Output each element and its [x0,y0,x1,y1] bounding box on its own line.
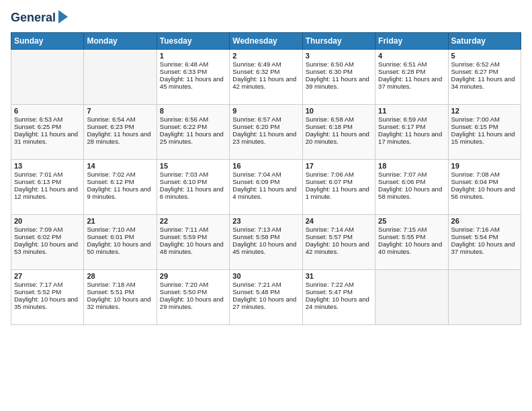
day-number: 7 [87,107,153,115]
logo-arrow-icon [58,10,68,24]
header: General [11,11,521,26]
sunrise-text: Sunrise: 7:03 AM [160,171,208,178]
sunrise-text: Sunrise: 7:00 AM [451,116,500,123]
daylight-label: Daylight: 11 hours and 9 minutes. [87,185,150,200]
calendar-cell: 29Sunrise: 7:20 AMSunset: 5:50 PMDayligh… [157,269,229,324]
sunrise-text: Sunrise: 7:09 AM [14,226,62,233]
daylight-label: Daylight: 11 hours and 39 minutes. [306,75,369,90]
daylight-label: Daylight: 11 hours and 23 minutes. [232,130,296,145]
day-number: 2 [232,52,299,60]
main-container: General SundayMondayTuesdayWednesdayThur… [0,0,532,330]
sunset-text: Sunset: 5:59 PM [160,233,207,240]
col-header-friday: Friday [375,32,448,49]
calendar-table: SundayMondayTuesdayWednesdayThursdayFrid… [11,32,521,325]
day-number: 18 [378,162,445,170]
sunset-text: Sunset: 6:13 PM [14,178,61,185]
calendar-cell: 20Sunrise: 7:09 AMSunset: 6:02 PMDayligh… [11,214,84,269]
calendar-cell: 2Sunrise: 6:49 AMSunset: 6:32 PMDaylight… [230,49,302,104]
calendar-cell: 8Sunrise: 6:56 AMSunset: 6:22 PMDaylight… [157,104,229,159]
sunrise-text: Sunrise: 7:17 AM [14,281,62,288]
calendar-cell [84,49,157,104]
calendar-cell: 21Sunrise: 7:10 AMSunset: 6:01 PMDayligh… [84,214,157,269]
calendar-cell: 28Sunrise: 7:18 AMSunset: 5:51 PMDayligh… [84,269,157,324]
sunrise-text: Sunrise: 6:59 AM [378,116,427,123]
calendar-cell: 24Sunrise: 7:14 AMSunset: 5:57 PMDayligh… [302,214,375,269]
day-number: 17 [306,162,372,170]
calendar-cell: 31Sunrise: 7:22 AMSunset: 5:47 PMDayligh… [302,269,375,324]
sunrise-text: Sunrise: 7:15 AM [378,226,427,233]
daylight-label: Daylight: 11 hours and 1 minute. [306,185,369,200]
day-number: 25 [378,217,445,225]
daylight-label: Daylight: 11 hours and 34 minutes. [451,75,515,90]
week-row-3: 13Sunrise: 7:01 AMSunset: 6:13 PMDayligh… [11,159,521,214]
calendar-cell: 11Sunrise: 6:59 AMSunset: 6:17 PMDayligh… [375,104,448,159]
calendar-cell: 12Sunrise: 7:00 AMSunset: 6:15 PMDayligh… [448,104,521,159]
sunset-text: Sunset: 6:18 PM [306,123,353,130]
sunset-text: Sunset: 6:07 PM [306,178,353,185]
daylight-label: Daylight: 10 hours and 53 minutes. [14,240,78,255]
daylight-label: Daylight: 10 hours and 56 minutes. [451,185,515,200]
sunrise-text: Sunrise: 6:53 AM [14,116,62,123]
col-header-sunday: Sunday [11,32,84,49]
daylight-label: Daylight: 11 hours and 15 minutes. [451,130,515,145]
sunset-text: Sunset: 5:58 PM [232,233,279,240]
calendar-cell: 25Sunrise: 7:15 AMSunset: 5:55 PMDayligh… [375,214,448,269]
daylight-label: Daylight: 10 hours and 50 minutes. [87,240,150,255]
sunset-text: Sunset: 6:30 PM [306,68,353,75]
day-number: 29 [160,272,226,280]
sunset-text: Sunset: 5:50 PM [160,288,207,295]
sunset-text: Sunset: 5:48 PM [232,288,279,295]
week-row-4: 20Sunrise: 7:09 AMSunset: 6:02 PMDayligh… [11,214,521,269]
sunrise-text: Sunrise: 6:54 AM [87,116,135,123]
daylight-label: Daylight: 11 hours and 20 minutes. [306,130,369,145]
sunrise-text: Sunrise: 7:18 AM [87,281,135,288]
day-number: 27 [14,272,81,280]
sunset-text: Sunset: 5:54 PM [451,233,498,240]
sunrise-text: Sunrise: 6:57 AM [232,116,281,123]
calendar-cell: 18Sunrise: 7:07 AMSunset: 6:06 PMDayligh… [375,159,448,214]
day-number: 28 [87,272,153,280]
day-number: 13 [14,162,81,170]
sunset-text: Sunset: 5:51 PM [87,288,134,295]
calendar-cell: 30Sunrise: 7:21 AMSunset: 5:48 PMDayligh… [230,269,302,324]
sunset-text: Sunset: 6:28 PM [378,68,425,75]
sunrise-text: Sunrise: 7:11 AM [160,226,208,233]
calendar-cell: 17Sunrise: 7:06 AMSunset: 6:07 PMDayligh… [302,159,375,214]
calendar-cell: 26Sunrise: 7:16 AMSunset: 5:54 PMDayligh… [448,214,521,269]
calendar-cell: 5Sunrise: 6:52 AMSunset: 6:27 PMDaylight… [448,49,521,104]
sunset-text: Sunset: 6:17 PM [378,123,425,130]
day-number: 22 [160,217,226,225]
daylight-label: Daylight: 11 hours and 17 minutes. [378,130,442,145]
daylight-label: Daylight: 10 hours and 27 minutes. [232,295,296,310]
daylight-label: Daylight: 10 hours and 29 minutes. [160,295,224,310]
week-row-1: 1Sunrise: 6:48 AMSunset: 6:33 PMDaylight… [11,49,521,104]
sunrise-text: Sunrise: 7:20 AM [160,281,208,288]
daylight-label: Daylight: 11 hours and 4 minutes. [232,185,296,200]
calendar-cell: 6Sunrise: 6:53 AMSunset: 6:25 PMDaylight… [11,104,84,159]
day-number: 9 [232,107,299,115]
col-header-thursday: Thursday [302,32,375,49]
daylight-label: Daylight: 11 hours and 28 minutes. [87,130,150,145]
calendar-cell: 19Sunrise: 7:08 AMSunset: 6:04 PMDayligh… [448,159,521,214]
day-number: 11 [378,107,445,115]
sunset-text: Sunset: 6:25 PM [14,123,61,130]
sunrise-text: Sunrise: 7:22 AM [306,281,354,288]
day-number: 21 [87,217,153,225]
calendar-cell: 3Sunrise: 6:50 AMSunset: 6:30 PMDaylight… [302,49,375,104]
sunrise-text: Sunrise: 7:04 AM [232,171,281,178]
day-number: 24 [306,217,372,225]
sunrise-text: Sunrise: 6:48 AM [160,60,208,68]
sunset-text: Sunset: 5:57 PM [306,233,353,240]
sunrise-text: Sunrise: 6:52 AM [451,60,500,68]
calendar-cell: 10Sunrise: 6:58 AMSunset: 6:18 PMDayligh… [302,104,375,159]
sunrise-text: Sunrise: 6:56 AM [160,116,208,123]
sunrise-text: Sunrise: 7:06 AM [306,171,354,178]
week-row-2: 6Sunrise: 6:53 AMSunset: 6:25 PMDaylight… [11,104,521,159]
daylight-label: Daylight: 11 hours and 12 minutes. [14,185,78,200]
sunrise-text: Sunrise: 7:10 AM [87,226,135,233]
calendar-cell: 15Sunrise: 7:03 AMSunset: 6:10 PMDayligh… [157,159,229,214]
daylight-label: Daylight: 11 hours and 31 minutes. [14,130,78,145]
day-number: 1 [160,52,226,60]
daylight-label: Daylight: 11 hours and 45 minutes. [160,75,224,90]
day-number: 14 [87,162,153,170]
